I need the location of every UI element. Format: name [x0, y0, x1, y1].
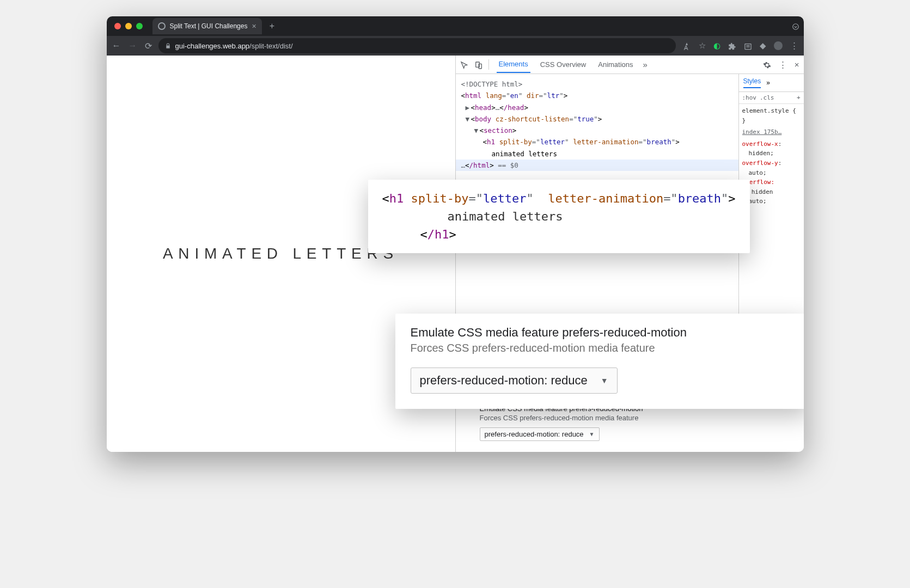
- close-devtools-icon[interactable]: ×: [795, 60, 799, 69]
- more-tabs-icon[interactable]: »: [643, 60, 648, 69]
- callout-rendering-select[interactable]: prefers-reduced-motion: reduce ▼: [411, 367, 618, 394]
- chevron-down-icon[interactable]: [792, 21, 799, 31]
- callout-rendering-desc: Forces CSS prefers-reduced-motion media …: [411, 342, 794, 354]
- nav-buttons: ← → ⟳: [112, 41, 152, 51]
- minimize-window-icon[interactable]: [125, 23, 132, 29]
- dom-h1-text: animated letters: [456, 148, 738, 160]
- tab-animations[interactable]: Animations: [596, 57, 635, 72]
- style-rule-2: overflow-y:: [742, 158, 801, 168]
- dom-doctype: <!DOCTYPE html>: [456, 78, 738, 90]
- styles-filter-bar: :hov .cls +: [739, 92, 804, 104]
- devtools-tabs: Elements CSS Overview Animations » ⋮ ×: [456, 56, 804, 74]
- callout-rendering-setting: Emulate CSS media feature prefers-reduce…: [395, 314, 804, 409]
- callout-rendering-title: Emulate CSS media feature prefers-reduce…: [411, 326, 794, 340]
- back-button[interactable]: ←: [112, 41, 121, 51]
- maximize-window-icon[interactable]: [136, 23, 143, 29]
- add-style-icon[interactable]: +: [797, 94, 801, 101]
- dom-html-open[interactable]: <html lang="en" dir="ltr">: [456, 90, 738, 101]
- extension-colorful-icon[interactable]: ◐: [713, 41, 720, 51]
- lock-icon: [165, 42, 171, 50]
- chevron-down-icon: ▼: [589, 431, 595, 437]
- style-val-2: auto;: [742, 168, 801, 178]
- cls-toggle[interactable]: .cls: [760, 94, 774, 101]
- styles-tab[interactable]: Styles: [743, 77, 761, 88]
- gear-icon[interactable]: [763, 60, 771, 70]
- callout-code-line1: <h1 split-by="letter" letter-animation="…: [382, 189, 736, 207]
- tab-title: Split Text | GUI Challenges: [170, 22, 248, 30]
- tab-close-icon[interactable]: ×: [252, 22, 256, 30]
- rendering-select[interactable]: prefers-reduced-motion: reduce ▼: [480, 427, 600, 441]
- tab-elements[interactable]: Elements: [497, 56, 530, 73]
- browser-tab[interactable]: Split Text | GUI Challenges ×: [152, 18, 262, 34]
- style-rule-1: overflow-x:: [742, 139, 801, 149]
- forward-button[interactable]: →: [129, 41, 137, 51]
- chrome-tab-strip: Split Text | GUI Challenges × +: [107, 16, 804, 36]
- style-rule-3: overflow:: [742, 177, 801, 187]
- dom-h1[interactable]: <h1 split-by="letter" letter-animation="…: [456, 136, 738, 148]
- element-style-close: }: [742, 116, 801, 126]
- extension-gray-icon[interactable]: ◆: [760, 41, 766, 51]
- styles-tabs: Styles »: [739, 74, 804, 92]
- style-val-3b: auto;: [742, 197, 801, 206]
- extension-icons: ☆ ◐ ◆ ⋮: [682, 41, 798, 51]
- rendering-desc: Forces CSS prefers-reduced-motion media …: [480, 414, 780, 422]
- kebab-icon[interactable]: ⋮: [779, 60, 787, 70]
- translate-icon[interactable]: [682, 41, 691, 51]
- rendering-select-value: prefers-reduced-motion: reduce: [485, 430, 584, 438]
- extensions-puzzle-icon[interactable]: [728, 41, 736, 51]
- tab-favicon-icon: [158, 22, 166, 30]
- element-style-open: element.style {: [742, 106, 801, 116]
- dom-head[interactable]: ▶<head>…</head>: [456, 102, 738, 113]
- browser-window: Split Text | GUI Challenges × + ← → ⟳ gu…: [107, 16, 804, 452]
- callout-rendering-select-value: prefers-reduced-motion: reduce: [420, 373, 588, 388]
- dom-html-close-selected[interactable]: …</html> == $0: [456, 160, 738, 171]
- callout-code-text: animated letters: [382, 207, 736, 225]
- url-text: gui-challenges.web.app/split-text/dist/: [175, 42, 293, 50]
- address-bar[interactable]: gui-challenges.web.app/split-text/dist/: [158, 38, 676, 53]
- profile-avatar[interactable]: [774, 41, 783, 50]
- style-source[interactable]: index 175b…: [742, 127, 801, 137]
- kebab-menu-icon[interactable]: ⋮: [790, 41, 798, 51]
- dom-body[interactable]: ▼<body cz-shortcut-listen="true">: [456, 113, 738, 125]
- style-val-3: ▸ hidden: [742, 187, 801, 197]
- hov-toggle[interactable]: :hov: [742, 94, 757, 101]
- tab-css-overview[interactable]: CSS Overview: [538, 57, 589, 72]
- reload-button[interactable]: ⟳: [145, 41, 152, 51]
- callout-code-snippet: <h1 split-by="letter" letter-animation="…: [368, 180, 750, 253]
- svg-point-0: [792, 24, 798, 30]
- style-val-1: hidden;: [742, 149, 801, 158]
- dom-section[interactable]: ▼<section>: [456, 125, 738, 136]
- more-styles-icon[interactable]: »: [766, 79, 770, 87]
- select-element-icon[interactable]: [460, 59, 469, 69]
- chrome-toolbar: ← → ⟳ gui-challenges.web.app/split-text/…: [107, 36, 804, 56]
- device-toggle-icon[interactable]: [474, 59, 483, 69]
- callout-code-close: </h1>: [382, 225, 736, 243]
- reading-list-icon[interactable]: [744, 41, 752, 51]
- new-tab-button[interactable]: +: [266, 21, 278, 31]
- hero-heading: ANIMATED LETTERS: [163, 245, 399, 262]
- chevron-down-icon: ▼: [601, 376, 608, 385]
- star-icon[interactable]: ☆: [699, 41, 706, 51]
- window-controls: [114, 23, 143, 29]
- close-window-icon[interactable]: [114, 23, 121, 29]
